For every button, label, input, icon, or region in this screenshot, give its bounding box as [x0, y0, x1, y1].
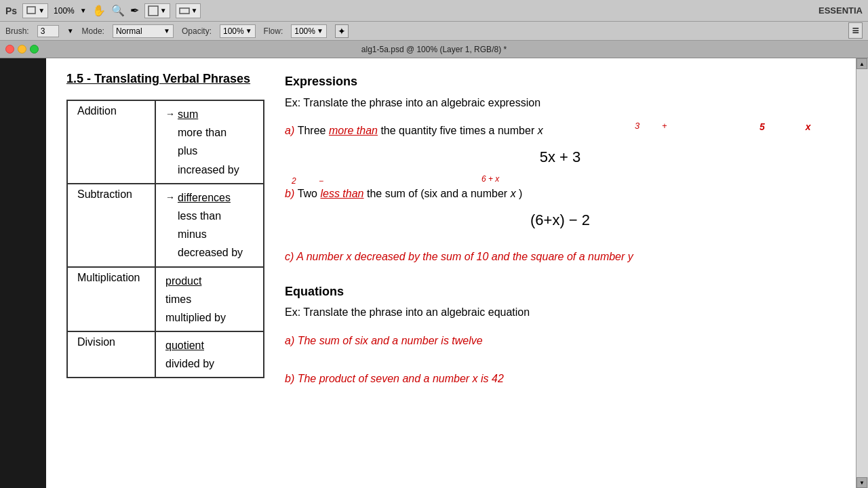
- problem-b-two: Two: [298, 188, 321, 199]
- problem-c: c) A number x decreased by the sum of 10…: [285, 248, 835, 266]
- problem-b-close: ): [519, 188, 522, 199]
- terms-multiplication: product times multiplied by: [155, 267, 264, 332]
- equation-b: b) The product of seven and a number x i…: [285, 370, 835, 388]
- math-display-b: (6+x) − 2: [285, 208, 835, 232]
- hand-tool-icon[interactable]: ✋: [92, 4, 106, 17]
- annotation-6px-pos: 6 + x: [481, 173, 499, 186]
- problem-b-text: 2 − 6 + x b) Two less than the sum of (s…: [285, 185, 835, 203]
- problem-b-x: x: [511, 188, 516, 199]
- problem-c-text: A number: [296, 251, 346, 262]
- term-sum: sum: [178, 108, 198, 120]
- pen-icon[interactable]: ✒: [130, 4, 139, 17]
- title-bar: alg1-5a.psd @ 100% (Layer 1, RGB/8) *: [0, 41, 868, 58]
- opacity-label: Opacity:: [182, 26, 212, 36]
- table-row: Addition → sum more than plus increased …: [67, 100, 264, 184]
- category-subtraction: Subtraction: [67, 184, 155, 267]
- page-title: 1.5 - Translating Verbal Phrases: [66, 72, 264, 86]
- file-menu[interactable]: ▼: [22, 3, 48, 18]
- problem-b: 2 − 6 + x b) Two less than the sum of (s…: [285, 185, 835, 232]
- term-multiplied-by: multiplied by: [165, 312, 226, 323]
- term-differences: differences: [178, 192, 231, 203]
- close-button[interactable]: [5, 45, 14, 54]
- term-plus: plus: [178, 145, 197, 157]
- problem-a-label: a): [285, 125, 298, 136]
- brush-size-input[interactable]: [37, 25, 59, 37]
- minimize-button[interactable]: [18, 45, 26, 54]
- table-row: Multiplication product times multiplied …: [67, 267, 264, 332]
- equation-a-label: a): [285, 335, 298, 346]
- flow-select[interactable]: 100% ▼: [291, 24, 327, 38]
- table-row: Division quotient divided by: [67, 331, 264, 378]
- problem-c-rest: decreased by the sum of 10 and the squar…: [355, 251, 628, 262]
- view-menu[interactable]: ▼: [144, 3, 170, 18]
- category-addition: Addition: [67, 100, 155, 184]
- scrollbar: ▲ ▼: [856, 58, 868, 488]
- svg-rect-1: [149, 6, 158, 16]
- tools-panel: [0, 58, 46, 488]
- terms-subtraction: → differences less than minus decreased …: [155, 184, 264, 267]
- airbrush-icon[interactable]: ✦: [335, 24, 349, 38]
- scroll-down-button[interactable]: ▼: [856, 477, 867, 488]
- magnify-icon[interactable]: 🔍: [111, 4, 125, 17]
- equations-heading: Equations: [285, 282, 835, 302]
- history-icon[interactable]: ≡: [848, 22, 863, 39]
- arrow-addition: →: [165, 106, 175, 123]
- layout-menu[interactable]: ▼: [176, 3, 201, 18]
- mode-select[interactable]: Normal ▼: [113, 24, 174, 38]
- expressions-heading: Expressions: [285, 72, 835, 92]
- expressions-section: Expressions Ex: Translate the phrase int…: [285, 72, 835, 266]
- second-toolbar: Brush: ▼ Mode: Normal ▼ Opacity: 100% ▼ …: [0, 22, 868, 41]
- right-panel: Expressions Ex: Translate the phrase int…: [285, 72, 835, 403]
- brush-label: Brush:: [5, 26, 29, 36]
- division-terms: quotient divided by: [165, 340, 214, 369]
- problem-c-label: c): [285, 251, 296, 262]
- term-quotient: quotient: [165, 340, 204, 351]
- zoom-level: 100%: [54, 6, 75, 16]
- opacity-select[interactable]: 100% ▼: [220, 24, 256, 38]
- document-title: alg1-5a.psd @ 100% (Layer 1, RGB/8) *: [361, 45, 507, 54]
- multiplication-terms: product times multiplied by: [165, 275, 226, 323]
- problem-a-x: x: [538, 125, 543, 136]
- problem-c-x: x: [346, 251, 351, 262]
- maximize-button[interactable]: [30, 45, 39, 54]
- arrow-subtraction: →: [165, 190, 175, 206]
- category-multiplication: Multiplication: [67, 267, 155, 332]
- term-divided-by: divided by: [165, 358, 214, 369]
- ps-icon: Ps: [5, 5, 17, 16]
- document-canvas: 1.5 - Translating Verbal Phrases Additio…: [46, 58, 856, 488]
- addition-terms: sum more than plus increased by: [178, 105, 239, 179]
- terms-division: quotient divided by: [155, 331, 264, 378]
- main-area: 1.5 - Translating Verbal Phrases Additio…: [0, 58, 868, 488]
- annotation-2-pos: 2: [292, 175, 296, 188]
- problem-b-paren: (six and a number: [420, 188, 511, 199]
- equation-b-label: b): [285, 373, 298, 384]
- problem-b-label: b): [285, 188, 298, 199]
- table-row: Subtraction → differences less than minu…: [67, 184, 264, 267]
- term-more-than: more than: [178, 127, 226, 138]
- term-increased-by: increased by: [178, 164, 239, 176]
- equation-a-text: The sum of six and a number is twelve: [298, 335, 483, 346]
- problem-a-more-than: more than: [329, 125, 378, 136]
- term-times: times: [165, 293, 191, 305]
- term-product: product: [165, 275, 201, 287]
- problem-a-text: 3 + 5x a) Three more than the quantity f…: [285, 122, 835, 140]
- problem-a-three: Three: [298, 125, 329, 136]
- annotation-plus: +: [662, 119, 708, 134]
- scroll-track[interactable]: [856, 69, 868, 477]
- brush-dropdown-icon[interactable]: ▼: [67, 27, 74, 35]
- category-division: Division: [67, 331, 155, 378]
- window-controls: [5, 45, 39, 54]
- equation-b-x: x: [473, 373, 478, 384]
- flow-label: Flow:: [264, 26, 283, 36]
- math-display-a: 5x + 3: [285, 145, 835, 169]
- svg-rect-0: [27, 7, 35, 14]
- equation-b-rest: is 42: [481, 373, 504, 384]
- annotation-minus-pos: −: [319, 175, 323, 188]
- app-name: ESSENTIA: [818, 5, 863, 16]
- problem-b-rest: the sum of: [367, 188, 418, 199]
- scroll-up-button[interactable]: ▲: [856, 58, 867, 69]
- equations-subheading: Ex: Translate the phrase into an algebra…: [285, 304, 835, 321]
- term-minus: minus: [178, 228, 207, 240]
- equation-b-text: The product of seven and a number: [298, 373, 473, 384]
- mode-label: Mode:: [82, 26, 104, 36]
